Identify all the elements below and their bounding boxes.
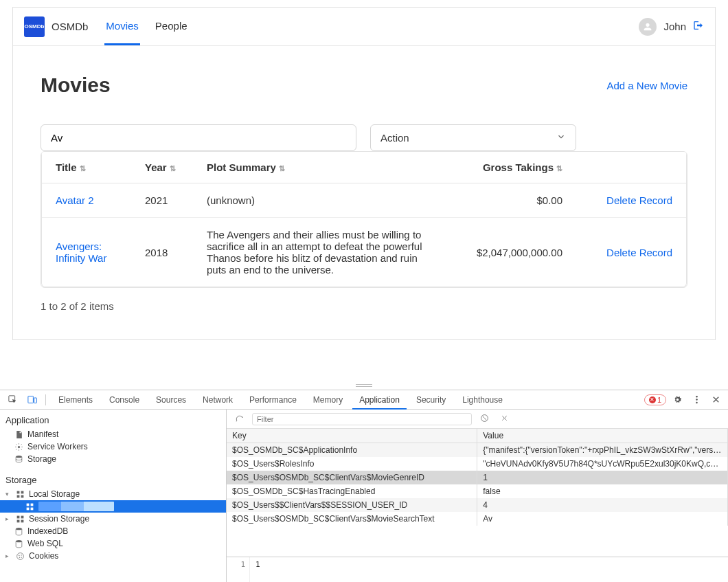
th-action [576,152,686,183]
tab-lighthouse[interactable]: Lighthouse [455,390,510,410]
chevron-down-icon [556,132,566,144]
svg-rect-8 [16,491,19,493]
settings-icon[interactable] [669,394,685,405]
genre-selected-label: Action [380,132,409,144]
storage-row[interactable]: $OS_Users$RolesInfo"cHeVUNAdv0Kfy8V5U7h8… [227,457,728,471]
panel-drag-handle[interactable] [0,381,728,390]
search-input[interactable] [41,124,356,151]
table-row: Avatar 2 2021 (unknown) $0.00 Delete Rec… [42,183,686,218]
editor-content[interactable]: 1 [250,557,728,582]
svg-point-22 [16,552,23,559]
tab-elements[interactable]: Elements [52,390,100,410]
nav-link-movies[interactable]: Movies [104,8,140,45]
cell-year: 2021 [131,183,193,218]
storage-row[interactable]: $OS_Users$OSMDb_SC$ClientVars$MovieGenre… [227,471,728,484]
sort-icon [80,164,86,173]
svg-rect-17 [21,515,23,518]
svg-rect-9 [21,491,23,493]
sidebar-item-storage[interactable]: Storage [0,453,226,465]
user-icon [642,21,653,32]
storage-row[interactable]: $OS_OSMDb_SC$ApplicationInfo{"manifest":… [227,443,728,458]
tab-sources[interactable]: Sources [149,390,193,410]
movie-title-link[interactable]: Avengers: Infinity War [56,240,106,264]
page-header: Movies Add a New Movie [41,74,687,97]
delete-record-link[interactable]: Delete Record [606,194,672,206]
th-year[interactable]: Year [131,152,193,183]
line-number: 1 [227,557,250,582]
sidebar-item-local-storage-origin[interactable] [0,500,226,513]
tab-security[interactable]: Security [409,390,453,410]
delete-record-link[interactable]: Delete Record [606,247,672,258]
svg-point-25 [19,557,19,557]
document-icon [14,430,23,438]
storage-filter-input[interactable] [252,413,472,425]
tab-memory[interactable]: Memory [306,390,350,410]
svg-rect-18 [16,519,19,522]
username: John [663,21,686,32]
nav-link-people[interactable]: People [154,8,189,45]
svg-point-7 [16,456,22,458]
devtools-tabs: Elements Console Sources Network Perform… [0,390,728,410]
logout-icon[interactable] [693,20,704,33]
sidebar-item-websql[interactable]: Web SQL [0,537,226,550]
sidebar-item-manifest[interactable]: Manifest [0,428,226,440]
more-icon[interactable] [688,394,705,405]
svg-point-24 [21,555,21,555]
tab-performance[interactable]: Performance [242,390,304,410]
refresh-icon[interactable] [232,414,247,425]
th-plot[interactable]: Plot Summary [193,152,453,183]
database-icon [14,539,23,548]
add-new-movie-link[interactable]: Add a New Movie [606,80,687,91]
svg-rect-15 [30,507,33,510]
svg-rect-14 [26,507,29,510]
svg-point-21 [16,540,22,542]
svg-rect-19 [21,519,23,522]
grid-icon [25,502,34,511]
app-header: OSMDb OSMDb Movies People John [13,8,715,46]
grid-icon [15,515,25,523]
svg-point-3 [696,396,698,398]
th-value[interactable]: Value [477,429,728,443]
svg-rect-1 [27,396,33,403]
brand-name: OSMDb [52,21,88,32]
genre-select[interactable]: Action [370,124,576,151]
sidebar-item-service-workers[interactable]: Service Workers [0,440,226,453]
devtools-main: Key Value $OS_OSMDb_SC$ApplicationInfo{"… [227,410,728,582]
sidebar-item-cookies[interactable]: Cookies [0,550,226,562]
database-icon [14,455,23,463]
app-content: Movies Add a New Movie Action Title Year… [13,46,715,339]
close-devtools-icon[interactable] [707,394,724,405]
error-badge[interactable]: ✕1 [644,394,666,405]
tab-network[interactable]: Network [196,390,240,410]
storage-toolbar [227,410,728,429]
th-title[interactable]: Title [42,152,131,183]
movie-title-link[interactable]: Avatar 2 [56,194,94,206]
th-key[interactable]: Key [227,429,477,443]
section-application: Application [0,412,226,428]
sort-icon [170,164,176,173]
storage-row[interactable]: $OS_OSMDb_SC$HasTracingEnabledfalse [227,484,728,498]
section-storage: Storage [0,472,226,488]
storage-row[interactable]: $OS_Users$$ClientVars$$SESSION_USER_ID4 [227,498,728,512]
device-toolbar-icon[interactable] [23,394,40,405]
close-icon[interactable] [497,414,512,425]
svg-rect-12 [26,503,29,506]
clear-icon[interactable] [477,414,492,425]
sidebar-item-indexeddb[interactable]: IndexedDB [0,525,226,537]
value-editor[interactable]: 1 1 [227,557,728,582]
cookie-icon [15,552,25,560]
sort-icon [279,164,285,173]
inspect-element-icon[interactable] [4,394,21,405]
svg-rect-2 [34,398,36,403]
grid-icon [15,490,25,498]
sidebar-item-local-storage[interactable]: Local Storage [0,488,226,500]
cell-year: 2018 [131,218,193,287]
tab-application[interactable]: Application [352,390,407,410]
avatar[interactable] [639,18,657,36]
th-gross[interactable]: Gross Takings [453,152,576,183]
tab-console[interactable]: Console [102,390,146,410]
movies-table: Title Year Plot Summary Gross Takings Av… [41,151,687,288]
sidebar-item-session-storage[interactable]: Session Storage [0,513,226,525]
storage-row[interactable]: $OS_Users$OSMDb_SC$ClientVars$MovieSearc… [227,512,728,526]
cell-gross: $2,047,000,000.00 [453,218,576,287]
